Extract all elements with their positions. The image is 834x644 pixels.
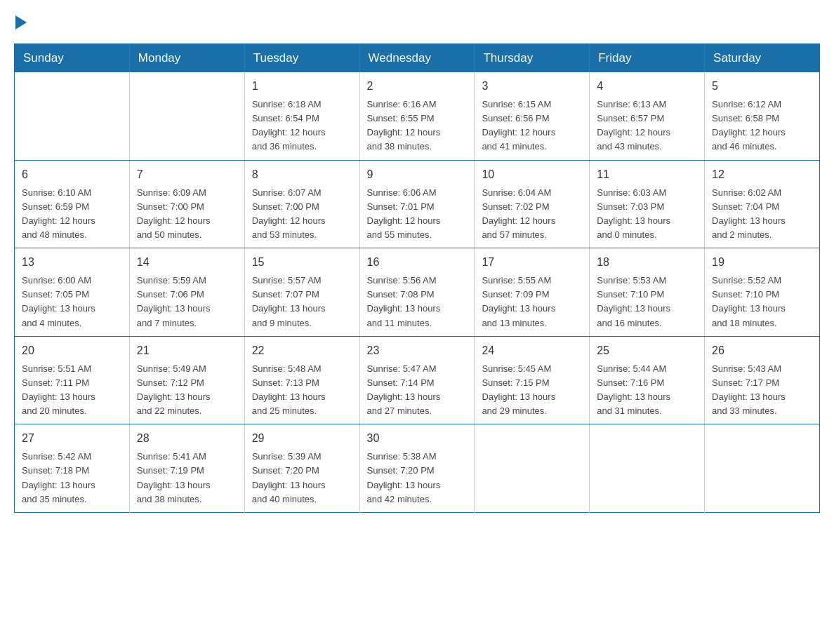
day-number: 21 [137,342,237,359]
day-info: Sunrise: 5:43 AM Sunset: 7:17 PM Dayligh… [712,362,812,419]
day-number: 29 [252,430,352,447]
day-info: Sunrise: 5:38 AM Sunset: 7:20 PM Dayligh… [367,450,468,507]
header-tuesday: Tuesday [244,44,359,73]
day-info: Sunrise: 6:07 AM Sunset: 7:00 PM Dayligh… [252,186,352,243]
calendar-cell: 9Sunrise: 6:06 AM Sunset: 7:01 PM Daylig… [359,160,475,248]
calendar-cell: 4Sunrise: 6:13 AM Sunset: 6:57 PM Daylig… [590,72,705,160]
day-number: 23 [367,342,468,359]
weekday-header-row: SundayMondayTuesdayWednesdayThursdayFrid… [15,44,820,73]
day-info: Sunrise: 6:16 AM Sunset: 6:55 PM Dayligh… [367,98,468,154]
day-info: Sunrise: 5:44 AM Sunset: 7:16 PM Dayligh… [597,362,697,419]
calendar-cell [15,72,130,160]
calendar-cell: 25Sunrise: 5:44 AM Sunset: 7:16 PM Dayli… [590,336,705,424]
calendar-cell: 14Sunrise: 5:59 AM Sunset: 7:06 PM Dayli… [129,248,244,337]
day-info: Sunrise: 5:55 AM Sunset: 7:09 PM Dayligh… [482,274,582,330]
day-info: Sunrise: 5:49 AM Sunset: 7:12 PM Dayligh… [137,362,237,419]
day-info: Sunrise: 5:53 AM Sunset: 7:10 PM Dayligh… [597,274,697,330]
calendar-cell: 11Sunrise: 6:03 AM Sunset: 7:03 PM Dayli… [590,160,705,248]
calendar-cell: 6Sunrise: 6:10 AM Sunset: 6:59 PM Daylig… [15,160,130,248]
day-info: Sunrise: 6:09 AM Sunset: 7:00 PM Dayligh… [137,186,237,243]
day-number: 3 [482,78,582,95]
day-number: 1 [252,78,352,95]
header-sunday: Sunday [15,44,130,73]
day-info: Sunrise: 5:45 AM Sunset: 7:15 PM Dayligh… [482,362,582,419]
calendar-cell: 3Sunrise: 6:15 AM Sunset: 6:56 PM Daylig… [475,72,590,160]
day-number: 19 [712,254,812,271]
day-number: 10 [482,166,582,183]
day-number: 6 [22,166,122,183]
week-row-4: 20Sunrise: 5:51 AM Sunset: 7:11 PM Dayli… [15,336,820,424]
day-info: Sunrise: 5:52 AM Sunset: 7:10 PM Dayligh… [712,274,812,330]
calendar-cell: 20Sunrise: 5:51 AM Sunset: 7:11 PM Dayli… [15,336,130,424]
day-number: 16 [367,254,468,271]
calendar-cell: 21Sunrise: 5:49 AM Sunset: 7:12 PM Dayli… [129,336,244,424]
day-info: Sunrise: 5:56 AM Sunset: 7:08 PM Dayligh… [367,274,468,330]
calendar-cell: 10Sunrise: 6:04 AM Sunset: 7:02 PM Dayli… [475,160,590,248]
calendar-table: SundayMondayTuesdayWednesdayThursdayFrid… [14,43,820,513]
logo-line1 [14,14,28,29]
day-number: 26 [712,342,812,359]
calendar-cell: 16Sunrise: 5:56 AM Sunset: 7:08 PM Dayli… [359,248,475,337]
calendar-cell: 13Sunrise: 6:00 AM Sunset: 7:05 PM Dayli… [15,248,130,337]
day-number: 13 [22,254,122,271]
logo-triangle-icon [15,15,27,29]
day-number: 20 [22,342,122,359]
day-number: 2 [367,78,468,95]
day-info: Sunrise: 6:04 AM Sunset: 7:02 PM Dayligh… [482,186,582,243]
day-number: 27 [22,430,122,447]
day-number: 7 [137,166,237,183]
calendar-cell: 17Sunrise: 5:55 AM Sunset: 7:09 PM Dayli… [475,248,590,337]
calendar-cell: 29Sunrise: 5:39 AM Sunset: 7:20 PM Dayli… [244,424,359,513]
calendar-cell: 22Sunrise: 5:48 AM Sunset: 7:13 PM Dayli… [244,336,359,424]
day-number: 28 [137,430,237,447]
calendar-cell: 18Sunrise: 5:53 AM Sunset: 7:10 PM Dayli… [590,248,705,337]
calendar-cell: 24Sunrise: 5:45 AM Sunset: 7:15 PM Dayli… [475,336,590,424]
calendar-cell: 19Sunrise: 5:52 AM Sunset: 7:10 PM Dayli… [705,248,820,337]
calendar-cell: 28Sunrise: 5:41 AM Sunset: 7:19 PM Dayli… [129,424,244,513]
header-friday: Friday [590,44,705,73]
calendar-cell: 12Sunrise: 6:02 AM Sunset: 7:04 PM Dayli… [705,160,820,248]
logo [14,14,28,29]
day-number: 15 [252,254,352,271]
day-number: 5 [712,78,812,95]
day-number: 30 [367,430,468,447]
day-number: 17 [482,254,582,271]
day-number: 9 [367,166,468,183]
header-wednesday: Wednesday [359,44,475,73]
day-info: Sunrise: 6:12 AM Sunset: 6:58 PM Dayligh… [712,98,812,154]
day-number: 11 [597,166,697,183]
header-saturday: Saturday [705,44,820,73]
calendar-cell: 7Sunrise: 6:09 AM Sunset: 7:00 PM Daylig… [129,160,244,248]
day-number: 22 [252,342,352,359]
day-info: Sunrise: 6:03 AM Sunset: 7:03 PM Dayligh… [597,186,697,243]
week-row-5: 27Sunrise: 5:42 AM Sunset: 7:18 PM Dayli… [15,424,820,513]
day-info: Sunrise: 5:57 AM Sunset: 7:07 PM Dayligh… [252,274,352,330]
calendar-cell: 30Sunrise: 5:38 AM Sunset: 7:20 PM Dayli… [359,424,475,513]
day-number: 8 [252,166,352,183]
day-info: Sunrise: 5:47 AM Sunset: 7:14 PM Dayligh… [367,362,468,419]
calendar-cell: 5Sunrise: 6:12 AM Sunset: 6:58 PM Daylig… [705,72,820,160]
day-number: 4 [597,78,697,95]
week-row-2: 6Sunrise: 6:10 AM Sunset: 6:59 PM Daylig… [15,160,820,248]
day-number: 14 [137,254,237,271]
calendar-cell: 15Sunrise: 5:57 AM Sunset: 7:07 PM Dayli… [244,248,359,337]
day-info: Sunrise: 5:42 AM Sunset: 7:18 PM Dayligh… [22,450,122,507]
calendar-cell: 27Sunrise: 5:42 AM Sunset: 7:18 PM Dayli… [15,424,130,513]
calendar-cell: 23Sunrise: 5:47 AM Sunset: 7:14 PM Dayli… [359,336,475,424]
calendar-cell: 2Sunrise: 6:16 AM Sunset: 6:55 PM Daylig… [359,72,475,160]
day-info: Sunrise: 6:13 AM Sunset: 6:57 PM Dayligh… [597,98,697,154]
header-monday: Monday [129,44,244,73]
calendar-cell [129,72,244,160]
day-info: Sunrise: 5:51 AM Sunset: 7:11 PM Dayligh… [22,362,122,419]
calendar-cell [590,424,705,513]
day-info: Sunrise: 5:39 AM Sunset: 7:20 PM Dayligh… [252,450,352,507]
day-info: Sunrise: 5:48 AM Sunset: 7:13 PM Dayligh… [252,362,352,419]
calendar-cell: 26Sunrise: 5:43 AM Sunset: 7:17 PM Dayli… [705,336,820,424]
header-thursday: Thursday [475,44,590,73]
day-number: 18 [597,254,697,271]
calendar-cell: 8Sunrise: 6:07 AM Sunset: 7:00 PM Daylig… [244,160,359,248]
day-number: 12 [712,166,812,183]
day-info: Sunrise: 5:41 AM Sunset: 7:19 PM Dayligh… [137,450,237,507]
calendar-cell [475,424,590,513]
day-number: 24 [482,342,582,359]
